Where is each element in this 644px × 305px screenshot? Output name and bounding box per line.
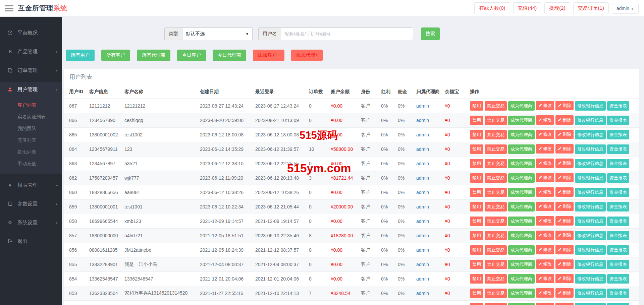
funds-report-button[interactable]: 资金报表 — [607, 159, 629, 168]
forbid-trade-button[interactable]: 禁止交易 — [485, 159, 507, 168]
make-agent-button[interactable]: 成为代理商 — [508, 217, 535, 226]
make-agent-button[interactable]: 成为代理商 — [508, 274, 535, 284]
edit-bank-info-button[interactable]: 修改银行信息 — [575, 116, 606, 125]
edit-bank-info-button[interactable]: 修改银行信息 — [575, 217, 606, 226]
delete-button[interactable]: 删除 — [555, 202, 574, 211]
make-agent-button[interactable]: 成为代理商 — [508, 144, 535, 154]
cell-agent-link[interactable]: admin — [416, 99, 445, 113]
delete-button[interactable]: 删除 — [555, 288, 574, 298]
cell-agent-link[interactable]: admin — [416, 142, 445, 156]
trade-orders-button[interactable]: 交易订单(1) — [573, 2, 609, 14]
edit-bank-info-button[interactable]: 修改银行信息 — [575, 188, 606, 197]
edit-bank-info-button[interactable]: 修改银行信息 — [575, 303, 606, 305]
cell-agent-link[interactable]: admin — [416, 243, 445, 257]
edit-button[interactable]: 修改 — [536, 231, 554, 240]
filter-today-customers[interactable]: 今日客户 — [177, 50, 206, 61]
username-input[interactable] — [281, 27, 413, 40]
cell-agent-link[interactable]: admin — [416, 171, 445, 185]
make-agent-button[interactable]: 成为代理商 — [508, 159, 535, 168]
delete-button[interactable]: 删除 — [555, 130, 574, 139]
cell-agent-link[interactable]: admin — [416, 199, 445, 214]
funds-report-button[interactable]: 资金报表 — [607, 188, 629, 197]
disable-button[interactable]: 禁用 — [470, 260, 483, 269]
edit-bank-info-button[interactable]: 修改银行信息 — [575, 245, 606, 255]
cell-agent-link[interactable]: admin — [416, 257, 445, 271]
sidebar-item-withdraw-list[interactable]: 提现列表 — [0, 146, 62, 158]
forbid-trade-button[interactable]: 禁止交易 — [485, 217, 507, 226]
cell-agent-link[interactable]: admin — [416, 113, 445, 127]
make-agent-button[interactable]: 成为代理商 — [508, 245, 535, 255]
forbid-trade-button[interactable]: 禁止交易 — [485, 274, 507, 284]
sidebar-item-manual-recharge[interactable]: 手动充值 — [0, 158, 62, 170]
funds-report-button[interactable]: 资金报表 — [607, 144, 629, 154]
edit-button[interactable]: 修改 — [536, 101, 554, 110]
withdraw-count-button[interactable]: 提现(2) — [544, 2, 570, 14]
search-button[interactable]: 搜索 — [421, 27, 440, 40]
delete-button[interactable]: 删除 — [555, 216, 574, 226]
sidebar-item-customer-list[interactable]: 客户列表 — [0, 99, 62, 111]
edit-button[interactable]: 修改 — [536, 115, 554, 125]
edit-button[interactable]: 修改 — [536, 187, 554, 197]
edit-button[interactable]: 修改 — [536, 144, 554, 154]
make-agent-button[interactable]: 成为代理商 — [508, 130, 535, 139]
sidebar-item-realname-list[interactable]: 实名认证列表 — [0, 111, 62, 123]
sidebar-item-order-management[interactable]: 订单管理 ▸ — [0, 63, 62, 78]
delete-button[interactable]: 删除 — [555, 115, 574, 125]
delete-button[interactable]: 删除 — [555, 245, 574, 254]
forbid-trade-button[interactable]: 禁止交易 — [485, 289, 507, 298]
sidebar-item-platform-overview[interactable]: 平台概况 — [0, 25, 62, 40]
filter-today-agents[interactable]: 今日代理商 — [213, 50, 246, 61]
edit-button[interactable]: 修改 — [536, 274, 554, 283]
cell-agent-link[interactable]: admin — [416, 156, 445, 171]
funds-report-button[interactable]: 资金报表 — [607, 274, 629, 284]
make-agent-button[interactable]: 成为代理商 — [508, 202, 535, 211]
make-agent-button[interactable]: 成为代理商 — [508, 101, 535, 111]
delete-button[interactable]: 删除 — [555, 231, 574, 240]
forbid-trade-button[interactable]: 禁止交易 — [485, 303, 507, 305]
edit-bank-info-button[interactable]: 修改银行信息 — [575, 260, 606, 269]
edit-bank-info-button[interactable]: 修改银行信息 — [575, 144, 606, 154]
disable-button[interactable]: 禁用 — [470, 144, 483, 154]
add-agent-button[interactable]: 添加代理+ — [291, 50, 323, 61]
make-agent-button[interactable]: 成为代理商 — [508, 173, 535, 183]
forbid-trade-button[interactable]: 禁止交易 — [485, 245, 507, 255]
funds-report-button[interactable]: 资金报表 — [607, 217, 629, 226]
make-agent-button[interactable]: 成为代理商 — [508, 188, 535, 197]
disable-button[interactable]: 禁用 — [470, 245, 483, 255]
sidebar-item-report-management[interactable]: ¥ 报表管理 ▸ — [0, 178, 62, 192]
edit-bank-info-button[interactable]: 修改银行信息 — [575, 231, 606, 240]
delete-button[interactable]: 删除 — [555, 173, 574, 182]
edit-button[interactable]: 修改 — [536, 245, 554, 254]
delete-button[interactable]: 删除 — [555, 259, 574, 269]
delete-button[interactable]: 删除 — [555, 274, 574, 283]
funds-report-button[interactable]: 资金报表 — [607, 260, 629, 269]
forbid-trade-button[interactable]: 禁止交易 — [485, 116, 507, 125]
funds-report-button[interactable]: 资金报表 — [607, 101, 629, 111]
edit-button[interactable]: 修改 — [536, 216, 554, 226]
edit-button[interactable]: 修改 — [536, 159, 554, 168]
filter-all-customers[interactable]: 所有客户 — [101, 50, 130, 61]
disable-button[interactable]: 禁用 — [470, 188, 483, 197]
funds-report-button[interactable]: 资金报表 — [607, 173, 629, 183]
make-agent-button[interactable]: 成为代理商 — [508, 260, 535, 269]
sidebar-item-user-management[interactable]: 用户管理 ▸ — [0, 82, 62, 97]
delete-button[interactable]: 删除 — [555, 159, 574, 168]
disable-button[interactable]: 禁用 — [470, 130, 483, 139]
add-customer-button[interactable]: 添加客户+ — [253, 50, 284, 61]
sidebar-item-my-team[interactable]: 我的团队 — [0, 123, 62, 134]
make-agent-button[interactable]: 成为代理商 — [508, 303, 535, 305]
hamburger-menu-icon[interactable] — [5, 5, 13, 11]
cell-agent-link[interactable]: admin — [416, 286, 445, 300]
sidebar-item-product-management[interactable]: 产品管理 ▸ — [0, 44, 62, 59]
edit-bank-info-button[interactable]: 修改银行信息 — [575, 289, 606, 298]
disable-button[interactable]: 禁用 — [470, 202, 483, 211]
forbid-trade-button[interactable]: 禁止交易 — [485, 202, 507, 211]
disable-button[interactable]: 禁用 — [470, 303, 483, 305]
disable-button[interactable]: 禁用 — [470, 101, 483, 111]
funds-report-button[interactable]: 资金报表 — [607, 130, 629, 139]
funds-report-button[interactable]: 资金报表 — [607, 231, 629, 240]
edit-button[interactable]: 修改 — [536, 288, 554, 298]
forbid-trade-button[interactable]: 禁止交易 — [485, 231, 507, 240]
cell-agent-link[interactable]: admin — [416, 185, 445, 199]
forbid-trade-button[interactable]: 禁止交易 — [485, 260, 507, 269]
